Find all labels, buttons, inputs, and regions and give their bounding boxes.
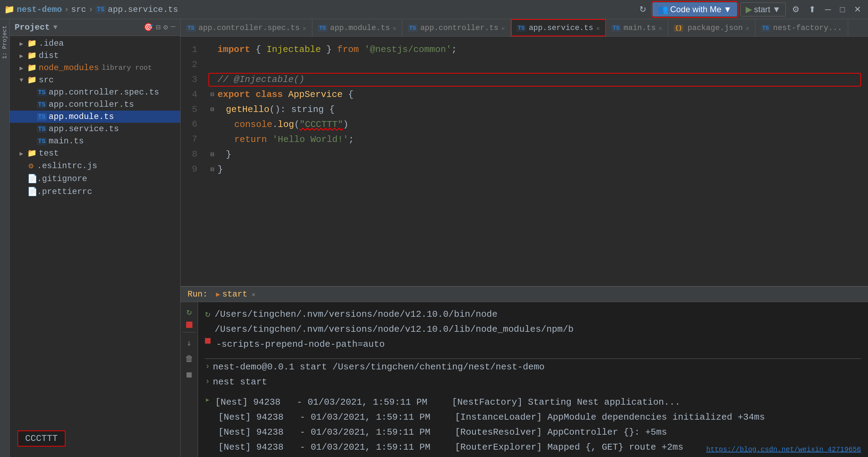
tree-item-label: src (39, 75, 54, 85)
arrow-icon: ▼ (20, 77, 27, 84)
tab-nest-factory[interactable]: TS nest-factory... (755, 19, 848, 36)
tree-item-main[interactable]: TS main.ts (10, 135, 180, 147)
tab-main[interactable]: TS main.ts ✕ (606, 19, 668, 36)
bottom-right-url[interactable]: https://blog.csdn.net/weixin_42719656 (706, 445, 861, 454)
import-kw: import { Injectable } from '@nestjs/comm… (218, 42, 457, 57)
tree-item-idea[interactable]: ▶ 📁 .idea (10, 37, 180, 50)
close-tab-icon[interactable]: ✕ (303, 24, 306, 32)
bottom-tab-start[interactable]: ▶ start ✕ (213, 288, 258, 300)
nest-log-prefix: [Nest] 94238 - 01/03/2021, 1:59:11 PM (215, 395, 449, 410)
project-tab-icon[interactable]: 1: Project (2, 22, 8, 62)
code-with-me-button[interactable]: 👥 Code with Me ▼ (653, 2, 737, 16)
breadcrumb-file-icon: TS (96, 6, 106, 13)
tab-bar: TS app.controller.spec.ts ✕ TS app.modul… (181, 19, 868, 37)
ts-badge: TS (318, 25, 327, 32)
start-button[interactable]: ▶ start ▼ (740, 2, 786, 16)
project-title: Project (15, 23, 50, 32)
ts-file-icon: TS (37, 101, 47, 108)
close-tab-icon[interactable]: ✕ (596, 24, 600, 32)
library-root-label: library root (102, 64, 152, 72)
locate-icon[interactable]: 🎯 (144, 23, 153, 32)
console-log: console.log("CCCTTT") (218, 117, 349, 132)
tree-item-node-modules[interactable]: ▶ 📁 node_modules library root (10, 62, 180, 74)
term-nest-5: [Nest] 94238 - 01/03/2021, 1:59:11 PM [N… (205, 455, 861, 457)
tab-app-module[interactable]: TS app.module.ts ✕ (312, 19, 403, 36)
folder-icon: 📁 (27, 149, 37, 158)
settings-icon[interactable]: ⚙ (789, 3, 802, 16)
stop-icon[interactable] (186, 322, 192, 328)
ts-file-icon: TS (37, 125, 47, 133)
arrow-icon: ▶ (20, 52, 27, 60)
trash-icon[interactable]: 🗑 (184, 352, 195, 365)
tree-item-label: test (39, 149, 59, 158)
reload-icon[interactable]: ↻ (185, 305, 193, 319)
arrow-icon: ▶ (20, 64, 27, 72)
close-icon[interactable]: ✕ (851, 3, 864, 16)
refresh-icon[interactable]: ↻ (637, 3, 649, 16)
nest-log-msg-5: [NestApplication] Nest application succe… (455, 455, 781, 457)
term-cmd-text: /Users/tingchen/.nvm/versions/node/v12.1… (215, 307, 861, 337)
tree-item-app-service[interactable]: TS app.service.ts (10, 123, 180, 135)
tree-item-app-controller[interactable]: TS app.controller.ts (10, 98, 180, 111)
maximize-icon[interactable]: □ (837, 3, 848, 16)
tree-item-test[interactable]: ▶ 📁 test (10, 147, 180, 159)
tab-package-json[interactable]: {} package.json ✕ (668, 19, 755, 36)
title-bar-right: ↻ 👥 Code with Me ▼ ▶ start ▼ ⚙ ⬆ ─ □ ✕ (637, 2, 864, 16)
ts-file-icon: TS (37, 113, 47, 121)
nest-log-prefix: [Nest] 94238 - 01/03/2021, 1:59:11 PM (218, 410, 452, 425)
nest-log-prefix: [Nest] 94238 - 01/03/2021, 1:59:11 PM (218, 440, 452, 455)
scroll-icon[interactable]: ⇓ (185, 337, 193, 350)
tree-item-app-controller-spec[interactable]: TS app.controller.spec.ts (10, 86, 180, 98)
tab-label: main.ts (624, 24, 656, 32)
start-chevron-icon: ▼ (772, 5, 781, 14)
tree-item-gitignore[interactable]: 📄 .gitignore (10, 172, 180, 185)
tree-item-dist[interactable]: ▶ 📁 dist (10, 50, 180, 62)
export-class: export class AppService { (218, 87, 353, 102)
terminal-output[interactable]: ↻ /Users/tingchen/.nvm/versions/node/v12… (198, 302, 868, 457)
highlight-box (208, 73, 861, 87)
code-content[interactable]: import { Injectable } from '@nestjs/comm… (201, 37, 868, 286)
code-with-me-label: Code with Me (670, 5, 722, 14)
minimize-icon[interactable]: ─ (822, 3, 833, 16)
tree-item-label: main.ts (49, 136, 84, 146)
close-tab-icon[interactable]: ✕ (658, 24, 662, 32)
tree-item-app-module[interactable]: TS app.module.ts (10, 111, 180, 123)
spacer-divider (182, 332, 196, 332)
term-prompt-text2: nest start (213, 375, 267, 390)
breadcrumb-sep1: › (64, 5, 69, 14)
term-prompt-text: nest-demo@0.0.1 start /Users/tingchen/ch… (213, 360, 545, 375)
close-tab-icon[interactable]: ✕ (746, 24, 749, 32)
title-bar: 📁 nest-demo › src › TS app.service.ts ↻ … (0, 0, 868, 19)
line-numbers: 1 2 3 4 5 6 7 8 9 (181, 37, 201, 286)
nest-log-msg-2: [InstanceLoader] AppModule dependencies … (455, 410, 765, 425)
tree-item-label: .prettierrc (37, 187, 92, 196)
close-tab-icon[interactable]: ✕ (252, 291, 256, 298)
tree-item-eslintrc[interactable]: ⚙ .eslintrc.js (10, 159, 180, 172)
start-tab-label: start (222, 290, 248, 299)
tree-item-src[interactable]: ▼ 📁 src (10, 74, 180, 86)
code-line-2 (201, 57, 868, 72)
term-arg-text: -scripts-prepend-node-path=auto (216, 337, 385, 352)
nest-log-msg-1: [NestFactory] Starting Nest application.… (452, 395, 680, 410)
minimize-panel-icon[interactable]: ─ (171, 23, 175, 32)
term-line-divider (205, 358, 861, 359)
code-line-4: ⊟ export class AppService { (201, 87, 868, 102)
fold-gutter-icon: ⊟ (208, 105, 216, 115)
close-tab-icon[interactable]: ✕ (501, 24, 505, 32)
fold-gutter-icon: ⊟ (208, 150, 216, 160)
gear-icon[interactable]: ⚙ (163, 23, 168, 32)
fold-gutter-icon: ⊟ (208, 165, 216, 175)
tree-item-label: app.module.ts (49, 112, 114, 121)
tree-item-prettierrc[interactable]: 📄 .prettierrc (10, 185, 180, 198)
stop-sq-icon (205, 338, 211, 344)
tab-app-service[interactable]: TS app.service.ts ✕ (511, 19, 606, 36)
close-tab-icon[interactable]: ✕ (393, 24, 396, 32)
gethello-method: getHello(): string { (218, 102, 335, 117)
editor-area: TS app.controller.spec.ts ✕ TS app.modul… (181, 19, 868, 457)
url-text: https://blog.csdn.net/weixin_42719656 (706, 445, 861, 454)
tab-app-controller-spec[interactable]: TS app.controller.spec.ts ✕ (181, 19, 312, 36)
collapse-icon[interactable]: ⊟ (156, 23, 160, 32)
update-icon[interactable]: ⬆ (806, 3, 818, 16)
tab-app-controller[interactable]: TS app.controller.ts ✕ (402, 19, 511, 36)
grid-icon[interactable]: ▦ (185, 368, 193, 381)
